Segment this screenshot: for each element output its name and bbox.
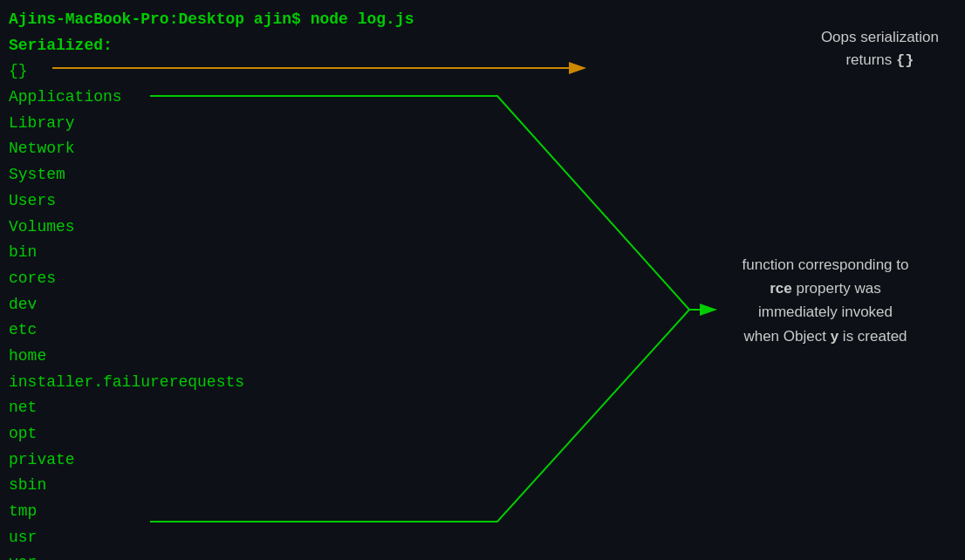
dir-line: opt <box>9 421 414 447</box>
prompt-line: Ajins-MacBook-Pro:Desktop ajin$ node log… <box>9 7 414 33</box>
callout-bottom-line5: is created <box>838 328 907 345</box>
terminal-window: Ajins-MacBook-Pro:Desktop ajin$ node log… <box>0 0 965 560</box>
dir-line: Volumes <box>9 215 414 241</box>
terminal-content: Ajins-MacBook-Pro:Desktop ajin$ node log… <box>9 7 414 560</box>
empty-obj-line: {} <box>9 58 414 85</box>
callout-top: Oops serialization returns {} <box>821 26 939 72</box>
dir-line: net <box>9 395 414 421</box>
callout-bottom-rce: rce <box>770 280 792 297</box>
serialized-label: Serialized: <box>9 33 414 59</box>
dir-line: usr <box>9 525 414 551</box>
dir-line: installer.failurerequests <box>9 370 414 396</box>
dir-line: sbin <box>9 473 414 499</box>
dir-line: Users <box>9 188 414 215</box>
callout-bottom-line1: function corresponding to <box>743 256 909 273</box>
dir-line: private <box>9 447 414 474</box>
dir-line: etc <box>9 318 414 344</box>
callout-top-code: {} <box>896 52 914 69</box>
dir-line: cores <box>9 266 414 292</box>
callout-bottom: function corresponding to rce property w… <box>703 253 948 348</box>
dir-line: var <box>9 550 414 560</box>
callout-bottom-y: y <box>831 328 838 345</box>
dir-line: Network <box>9 136 414 162</box>
callout-bottom-line3: immediately invoked <box>758 304 893 320</box>
dir-line: Applications <box>9 85 414 111</box>
callout-bottom-line2: property was <box>792 280 881 297</box>
dir-line: home <box>9 344 414 370</box>
dir-line: dev <box>9 292 414 318</box>
dir-line: bin <box>9 240 414 266</box>
callout-bottom-line4: when Object <box>743 328 830 345</box>
dir-line: System <box>9 162 414 188</box>
dir-line: tmp <box>9 499 414 525</box>
callout-top-line1: Oops serialization <box>821 29 939 45</box>
dir-line: Library <box>9 111 414 137</box>
callout-top-line2: returns <box>845 51 896 68</box>
